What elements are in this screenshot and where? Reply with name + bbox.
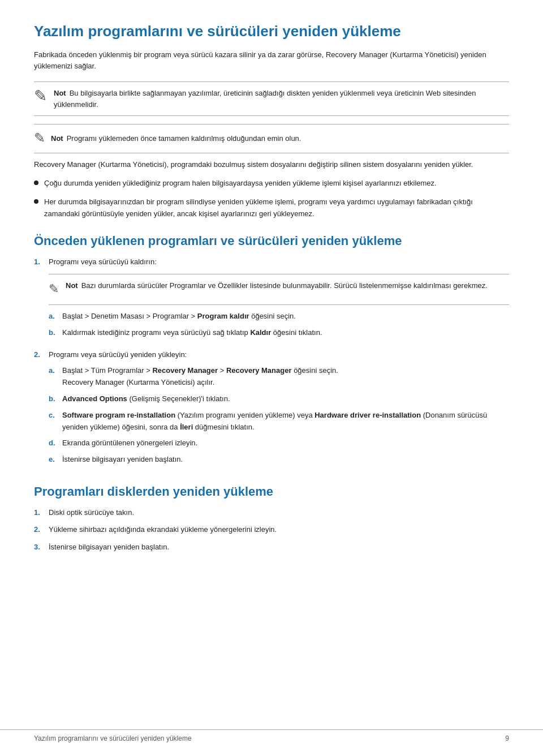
page-subtitle: Fabrikada önceden yüklenmiş bir program … <box>34 49 509 71</box>
note-icon-1: ✎ <box>34 87 47 105</box>
step1-num: 1. <box>34 256 44 268</box>
disk-step3-num: 3. <box>34 542 44 553</box>
bullet-text-2: Her durumda bilgisayarınızdan bir progra… <box>44 196 509 220</box>
step2b: b. Advanced Options (Gelişmiş Seçenekler… <box>49 393 509 405</box>
step2b-label: b. <box>49 393 58 405</box>
bullet-dot-2 <box>34 199 38 204</box>
step2e-content: İstenirse bilgisayarı yeniden başlatın. <box>62 454 509 466</box>
disk-step-2: 2. Yükleme sihirbazı açıldığında ekranda… <box>34 524 509 536</box>
step1b-bold: Kaldır <box>250 328 271 337</box>
page-title: Yazılım programlarını ve sürücüleri yeni… <box>34 23 509 40</box>
step2d-label: d. <box>49 437 58 449</box>
step2c-bold2: Hardware driver re-installation <box>314 411 421 419</box>
step2e: e. İstenirse bilgisayarı yeniden başlatı… <box>49 454 509 466</box>
inner-note-box: ✎ NotBazı durumlarda sürücüler Programla… <box>49 274 509 305</box>
step2b-bold: Advanced Options <box>62 394 127 403</box>
section1-list: 1. Programı veya sürücüyü kaldırın: ✎ No… <box>34 256 509 470</box>
note-label-1: Not <box>54 89 66 97</box>
step2c: c. Software program re-installation (Yaz… <box>49 410 509 433</box>
step2a-label: a. <box>49 365 58 377</box>
inner-note-content: NotBazı durumlarda sürücüler Programlar … <box>66 280 509 291</box>
disk-step-3: 3. İstenirse bilgisayarı yeniden başlatı… <box>34 542 509 553</box>
step-1: 1. Programı veya sürücüyü kaldırın: ✎ No… <box>34 256 509 343</box>
footer-text: Yazılım programlarını ve sürücüleri yeni… <box>34 734 192 742</box>
body-paragraph-1: Recovery Manager (Kurtarma Yöneticisi), … <box>34 159 509 171</box>
step2a-sub: Recovery Manager (Kurtarma Yöneticisi) a… <box>62 378 214 386</box>
step2a-bold1: Recovery Manager <box>152 366 218 375</box>
note-label-2: Not <box>51 134 63 143</box>
note-content-1: NotBu bilgisayarla birlikte sağlanmayan … <box>54 88 509 110</box>
bullet-list: Çoğu durumda yeniden yüklediğiniz progra… <box>34 178 509 220</box>
step2d-content: Ekranda görüntülenen yönergeleri izleyin… <box>62 437 509 449</box>
bullet-text-1: Çoğu durumda yeniden yüklediğiniz progra… <box>44 178 437 190</box>
step1b-content: Kaldırmak istediğiniz programı veya sürü… <box>62 327 509 339</box>
section1-heading: Önceden yüklenen programları ve sürücüle… <box>34 233 509 250</box>
step1a-bold: Program kaldır <box>197 312 249 320</box>
disk-step1-num: 1. <box>34 507 44 519</box>
note-text-2: Programı yüklemeden önce tamamen kaldırı… <box>67 134 301 143</box>
inner-note-label: Not <box>66 281 78 290</box>
step2a: a. Başlat > Tüm Programlar > Recovery Ma… <box>49 365 509 389</box>
note-box-2: ✎ NotProgramı yüklemeden önce tamamen ka… <box>34 124 509 153</box>
step1a: a. Başlat > Denetim Masası > Programlar … <box>49 311 509 323</box>
disk-step3-text: İstenirse bilgisayarı yeniden başlatın. <box>49 542 509 553</box>
step2d: d. Ekranda görüntülenen yönergeleri izle… <box>49 437 509 449</box>
footer: Yazılım programlarını ve sürücüleri yeni… <box>0 729 543 742</box>
inner-note-icon: ✎ <box>49 279 59 299</box>
disk-step2-num: 2. <box>34 524 44 536</box>
step1-content: Programı veya sürücüyü kaldırın: ✎ NotBa… <box>49 256 509 343</box>
step1a-label: a. <box>49 311 58 323</box>
disk-step-1: 1. Diski optik sürücüye takın. <box>34 507 509 519</box>
step-2: 2. Programı veya sürücüyü yeniden yükley… <box>34 349 509 470</box>
step1b-label: b. <box>49 327 58 339</box>
disk-step1-text: Diski optik sürücüye takın. <box>49 507 509 519</box>
note-content-2: NotProgramı yüklemeden önce tamamen kald… <box>51 133 509 144</box>
inner-note-text: Bazı durumlarda sürücüler Programlar ve … <box>81 281 488 290</box>
step1-text: Programı veya sürücüyü kaldırın: <box>49 257 157 266</box>
step2c-content: Software program re-installation (Yazılı… <box>62 410 509 433</box>
note-icon-2: ✎ <box>34 128 45 148</box>
step2c-bold-ileri: İleri <box>180 423 193 431</box>
disk-step2-text: Yükleme sihirbazı açıldığında ekrandaki … <box>49 524 509 536</box>
step2c-label: c. <box>49 410 58 422</box>
step2e-label: e. <box>49 454 58 466</box>
step2b-content: Advanced Options (Gelişmiş Seçenekler)'i… <box>62 393 509 405</box>
step2a-content: Başlat > Tüm Programlar > Recovery Manag… <box>62 365 509 389</box>
step2a-bold2: Recovery Manager <box>226 366 292 375</box>
step1a-content: Başlat > Denetim Masası > Programlar > P… <box>62 311 509 323</box>
step2-num: 2. <box>34 349 44 361</box>
note-box-1: ✎ NotBu bilgisayarla birlikte sağlanmaya… <box>34 81 509 116</box>
bullet-dot-1 <box>34 181 38 185</box>
bullet-item-1: Çoğu durumda yeniden yüklediğiniz progra… <box>34 178 509 190</box>
step1b: b. Kaldırmak istediğiniz programı veya s… <box>49 327 509 339</box>
bullet-item-2: Her durumda bilgisayarınızdan bir progra… <box>34 196 509 220</box>
section2-list: 1. Diski optik sürücüye takın. 2. Yüklem… <box>34 507 509 553</box>
step1-sublist: a. Başlat > Denetim Masası > Programlar … <box>49 311 509 339</box>
footer-page: 9 <box>505 734 509 742</box>
step2c-bold1: Software program re-installation <box>62 411 175 419</box>
note-text-1: Bu bilgisayarla birlikte sağlanmayan yaz… <box>54 89 476 109</box>
section2-heading: Programları disklerden yeniden yükleme <box>34 484 509 500</box>
step2-sublist: a. Başlat > Tüm Programlar > Recovery Ma… <box>49 365 509 466</box>
step2-text: Programı veya sürücüyü yeniden yükleyin: <box>49 350 187 359</box>
step2-content: Programı veya sürücüyü yeniden yükleyin:… <box>49 349 509 470</box>
